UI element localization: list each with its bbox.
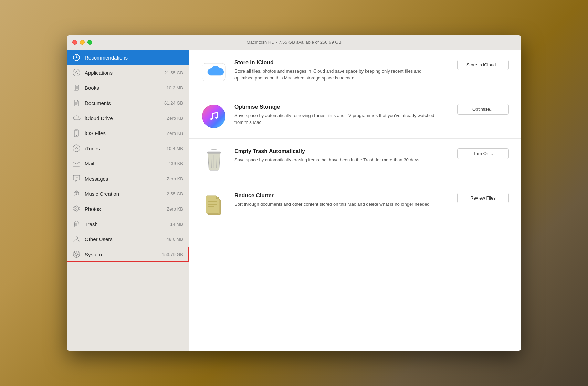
close-button[interactable]: [72, 40, 77, 45]
sidebar-label-itunes: iTunes: [85, 146, 162, 151]
svg-point-5: [76, 135, 77, 136]
recommendation-clutter: Reduce Clutter Sort through documents an…: [189, 183, 521, 227]
svg-point-13: [75, 237, 78, 239]
sidebar-size-photos: Zero KB: [167, 206, 183, 212]
review-files-button[interactable]: Review Files: [457, 193, 509, 203]
trash-recommendation-text: Empty Trash Automatically Save space by …: [234, 148, 442, 163]
clutter-recommendation-icon: [201, 193, 226, 217]
recommendation-optimise: Optimise Storage Save space by automatic…: [189, 94, 521, 139]
sidebar-size-mail: 439 KB: [168, 161, 183, 166]
optimise-recommendation-icon: [201, 104, 226, 129]
sidebar-label-trash: Trash: [85, 221, 166, 227]
icloud-drive-icon: [72, 114, 81, 122]
sidebar-item-messages[interactable]: Messages Zero KB: [67, 171, 189, 186]
sidebar-label-mail: Mail: [85, 161, 164, 167]
svg-point-15: [75, 253, 78, 256]
sidebar-size-other-users: 48.6 MB: [167, 237, 183, 242]
clutter-recommendation-title: Reduce Clutter: [234, 193, 442, 199]
applications-icon: [72, 68, 81, 77]
other-users-icon: [72, 235, 81, 243]
sidebar-size-trash: 14 MB: [170, 222, 183, 227]
sidebar-size-music-creation: 2.55 GB: [167, 191, 183, 196]
sidebar-item-music-creation[interactable]: Music Creation 2.55 GB: [67, 186, 189, 201]
main-window: Macintosh HD - 7.55 GB available of 250.…: [67, 35, 521, 351]
sidebar-label-music-creation: Music Creation: [85, 191, 162, 197]
store-in-icloud-button[interactable]: Store in iCloud...: [457, 60, 509, 70]
svg-rect-3: [74, 85, 79, 90]
trash-recommendation-description: Save space by automatically erasing item…: [234, 157, 441, 163]
recommendation-icloud: Store in iCloud Store all files, photos …: [189, 50, 521, 94]
trash-recommendation-title: Empty Trash Automatically: [234, 148, 442, 154]
icloud-recommendation-description: Store all files, photos and messages in …: [234, 68, 441, 81]
turn-on-button[interactable]: Turn On...: [457, 148, 509, 159]
svg-point-12: [76, 208, 77, 209]
sidebar-label-documents: Documents: [85, 100, 160, 106]
mail-icon: [72, 159, 81, 168]
sidebar-item-photos[interactable]: Photos Zero KB: [67, 201, 189, 216]
maximize-button[interactable]: [87, 40, 92, 45]
svg-rect-8: [73, 161, 80, 166]
ios-files-icon: [72, 129, 81, 137]
clutter-recommendation-text: Reduce Clutter Sort through documents an…: [234, 193, 442, 208]
trash-icon: [72, 220, 81, 228]
optimise-recommendation-action: Optimise...: [457, 104, 509, 115]
trash-recommendation-action: Turn On...: [457, 148, 509, 159]
itunes-icon: [72, 144, 81, 152]
sidebar-size-icloud-drive: Zero KB: [167, 116, 183, 121]
svg-rect-17: [207, 152, 221, 153]
sidebar-item-icloud-drive[interactable]: iCloud Drive Zero KB: [67, 110, 189, 126]
optimise-recommendation-description: Save space by automatically removing iTu…: [234, 112, 441, 126]
documents-icon: [72, 99, 81, 107]
sidebar-size-messages: Zero KB: [167, 176, 183, 181]
messages-icon: [72, 174, 81, 183]
traffic-lights: [72, 40, 92, 45]
sidebar-item-recommendations[interactable]: Recommendations: [67, 50, 189, 65]
sidebar-label-messages: Messages: [85, 176, 162, 182]
recommendation-trash: Empty Trash Automatically Save space by …: [189, 139, 521, 183]
sidebar-item-other-users[interactable]: Other Users 48.6 MB: [67, 232, 189, 247]
sidebar-item-applications[interactable]: Applications 21.55 GB: [67, 65, 189, 80]
icloud-recommendation-icon: [201, 60, 226, 84]
clutter-recommendation-description: Sort through documents and other content…: [234, 201, 441, 208]
optimise-recommendation-title: Optimise Storage: [234, 104, 442, 110]
sidebar-item-itunes[interactable]: iTunes 10.4 MB: [67, 141, 189, 156]
sidebar-label-other-users: Other Users: [85, 236, 162, 242]
sidebar: Recommendations Applications 21.55 GB: [67, 50, 189, 351]
sidebar-size-books: 10.2 MB: [167, 85, 183, 90]
sidebar-size-ios-files: Zero KB: [167, 131, 183, 136]
sidebar-size-itunes: 10.4 MB: [167, 146, 183, 151]
icloud-recommendation-title: Store in iCloud: [234, 60, 442, 66]
svg-point-10: [76, 178, 77, 178]
clutter-recommendation-action: Review Files: [457, 193, 509, 203]
sidebar-item-books[interactable]: Books 10.2 MB: [67, 80, 189, 95]
sidebar-label-applications: Applications: [85, 70, 160, 76]
system-icon: [72, 250, 81, 258]
sidebar-item-documents[interactable]: Documents 61.24 GB: [67, 95, 189, 110]
sidebar-size-applications: 21.55 GB: [164, 70, 183, 75]
svg-point-2: [73, 69, 80, 76]
sidebar-item-trash[interactable]: Trash 14 MB: [67, 216, 189, 232]
sidebar-label-recommendations: Recommendations: [85, 55, 183, 61]
sidebar-label-photos: Photos: [85, 206, 162, 212]
main-content: Recommendations Applications 21.55 GB: [67, 50, 521, 351]
trash-recommendation-icon: [201, 148, 226, 173]
sidebar-size-documents: 61.24 GB: [164, 100, 183, 106]
sidebar-label-icloud-drive: iCloud Drive: [85, 115, 162, 121]
sidebar-label-system: System: [85, 251, 158, 257]
minimize-button[interactable]: [80, 40, 85, 45]
sidebar-label-books: Books: [85, 85, 162, 91]
content-area: Store in iCloud Store all files, photos …: [189, 50, 521, 351]
photos-icon: [72, 205, 81, 213]
svg-point-7: [76, 148, 77, 149]
icloud-recommendation-action: Store in iCloud...: [457, 60, 509, 70]
svg-point-11: [77, 178, 78, 178]
sidebar-label-ios-files: iOS Files: [85, 130, 162, 136]
sidebar-size-system: 153.79 GB: [162, 252, 183, 257]
optimise-button[interactable]: Optimise...: [457, 104, 509, 115]
sidebar-item-mail[interactable]: Mail 439 KB: [67, 156, 189, 171]
sidebar-item-ios-files[interactable]: iOS Files Zero KB: [67, 126, 189, 141]
svg-point-9: [75, 178, 75, 178]
sidebar-item-system[interactable]: System 153.79 GB: [67, 247, 189, 262]
icloud-recommendation-text: Store in iCloud Store all files, photos …: [234, 60, 442, 81]
window-title: Macintosh HD - 7.55 GB available of 250.…: [246, 40, 342, 45]
